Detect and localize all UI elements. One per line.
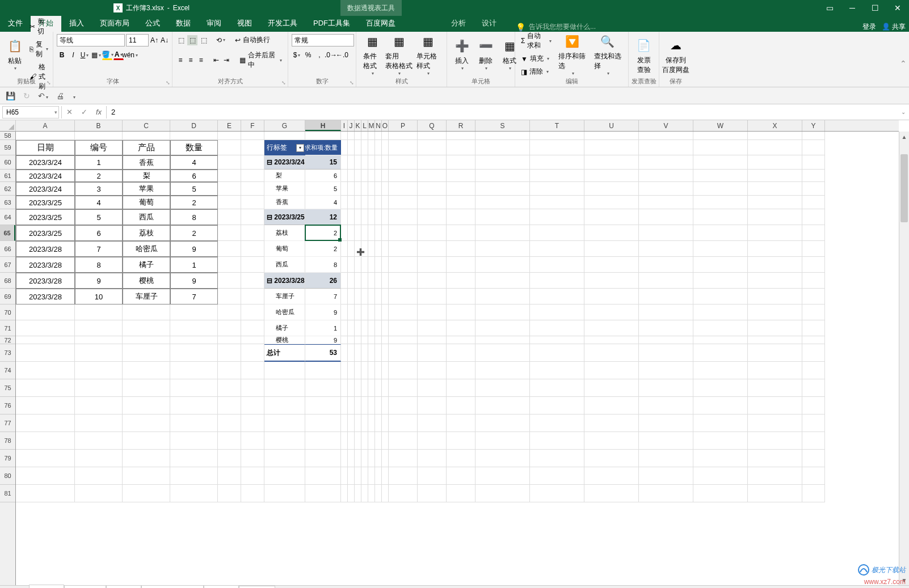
header-product[interactable]: 产品 [123, 140, 170, 155]
sheet-tab-1[interactable]: 成绩表 [29, 585, 64, 589]
cell-bg[interactable] [530, 182, 584, 196]
sort-filter-button[interactable]: 🔽排序和筛选▾ [555, 30, 589, 78]
cell-bg[interactable] [693, 467, 748, 485]
col-header-R[interactable]: R [447, 120, 475, 131]
cell-date[interactable]: 2023/3/25 [16, 196, 75, 209]
tab-file[interactable]: 文件 [0, 15, 31, 32]
fx-icon[interactable]: fx [91, 108, 106, 116]
cell-bg[interactable] [418, 432, 447, 450]
cell-bg[interactable] [475, 379, 530, 397]
cell-bg[interactable] [530, 132, 584, 140]
cell-bg[interactable] [382, 196, 389, 209]
cell-bg[interactable] [368, 336, 375, 344]
close-button[interactable]: ✕ [886, 0, 909, 16]
cell-qty[interactable]: 2 [170, 196, 218, 209]
cell-bg[interactable] [355, 467, 361, 485]
cell-bg[interactable] [375, 225, 382, 241]
paste-button[interactable]: 📋 粘贴▾ [3, 35, 26, 73]
cell-bg[interactable] [341, 182, 348, 196]
pivot-item-val[interactable]: 2 [305, 225, 341, 241]
cell-bg[interactable] [361, 273, 368, 289]
row-header-78[interactable]: 78 [0, 432, 15, 450]
save-icon[interactable]: 💾 [6, 91, 15, 100]
maximize-button[interactable]: ☐ [864, 0, 886, 16]
share-button[interactable]: 👤 共享 [882, 22, 906, 32]
cell-bg[interactable] [16, 379, 75, 397]
cell-bg[interactable] [447, 467, 475, 485]
cell-bg[interactable] [341, 320, 348, 336]
sheet-tab-3[interactable]: 田字格 [106, 585, 141, 589]
orientation-icon[interactable]: ⟲▾ [216, 35, 226, 45]
cell-bg[interactable] [418, 320, 447, 336]
cell-bg[interactable] [355, 140, 361, 155]
cell-bg[interactable] [530, 467, 584, 485]
pivot-item-val[interactable]: 5 [305, 182, 341, 196]
cell-bg[interactable] [75, 450, 123, 467]
cell-bg[interactable] [348, 241, 355, 257]
cell-bg[interactable] [218, 379, 241, 397]
align-right-icon[interactable]: ≡ [196, 55, 205, 65]
cell-bg[interactable] [530, 344, 584, 362]
cell-bg[interactable] [447, 450, 475, 467]
cell-bg[interactable] [748, 450, 802, 467]
cell-bg[interactable] [584, 225, 639, 241]
cell-bg[interactable] [447, 362, 475, 379]
cell-bg[interactable] [639, 182, 693, 196]
cell-bg[interactable] [639, 450, 693, 467]
cell-bg[interactable] [341, 140, 348, 155]
cell-bg[interactable] [123, 432, 170, 450]
cell-bg[interactable] [693, 209, 748, 225]
pivot-item-val[interactable]: 1 [305, 320, 341, 336]
col-header-S[interactable]: S [475, 120, 530, 131]
cell-bg[interactable] [341, 257, 348, 273]
cell-bg[interactable] [530, 196, 584, 209]
cell-bg[interactable] [530, 225, 584, 241]
minimize-button[interactable]: ─ [841, 0, 864, 16]
cell-bg[interactable] [75, 467, 123, 485]
cell-bg[interactable] [368, 467, 375, 485]
cell-bg[interactable] [16, 304, 75, 320]
col-header-M[interactable]: M [368, 120, 375, 131]
cell-bg[interactable] [447, 170, 475, 182]
cell-bg[interactable] [584, 397, 639, 414]
pivot-item-name[interactable]: 葡萄 [264, 241, 305, 257]
bold-button[interactable]: B [57, 50, 67, 60]
cell-bg[interactable] [475, 241, 530, 257]
cell-bg[interactable] [218, 336, 241, 344]
cell-bg[interactable] [475, 467, 530, 485]
cell-bg[interactable] [389, 320, 418, 336]
cell-bg[interactable] [382, 414, 389, 432]
clear-button[interactable]: ◨清除▾ [519, 66, 554, 78]
cell-bg[interactable] [802, 132, 825, 140]
cell-bg[interactable] [305, 485, 341, 502]
cell-bg[interactable] [748, 379, 802, 397]
select-all-button[interactable] [0, 120, 16, 132]
cell-bg[interactable] [475, 450, 530, 467]
expand-formula-bar-icon[interactable]: ⌄ [898, 109, 909, 115]
cell-product[interactable]: 香蕉 [123, 155, 170, 170]
cell-bg[interactable] [584, 209, 639, 225]
fill-color-button[interactable]: 🪣▾ [102, 50, 112, 60]
cell-bg[interactable] [382, 289, 389, 304]
cell-bg[interactable] [170, 467, 218, 485]
cell-bg[interactable] [368, 170, 375, 182]
cell-bg[interactable] [348, 379, 355, 397]
cell-bg[interactable] [584, 241, 639, 257]
cell-bg[interactable] [475, 155, 530, 170]
cell-bg[interactable] [75, 132, 123, 140]
cut-button[interactable]: ✂剪切 [27, 16, 51, 37]
cell-bg[interactable] [802, 344, 825, 362]
cell-bg[interactable] [693, 304, 748, 320]
cell-bg[interactable] [418, 196, 447, 209]
cell-bg[interactable] [584, 304, 639, 320]
cell-bg[interactable] [389, 273, 418, 289]
cell-bg[interactable] [584, 379, 639, 397]
cell-bg[interactable] [375, 273, 382, 289]
cell-product[interactable]: 苹果 [123, 182, 170, 196]
cell-bg[interactable] [75, 304, 123, 320]
cell-bg[interactable] [802, 140, 825, 155]
cell-bg[interactable] [584, 140, 639, 155]
cell-bg[interactable] [305, 397, 341, 414]
cell-bg[interactable] [639, 155, 693, 170]
cell-bg[interactable] [748, 289, 802, 304]
